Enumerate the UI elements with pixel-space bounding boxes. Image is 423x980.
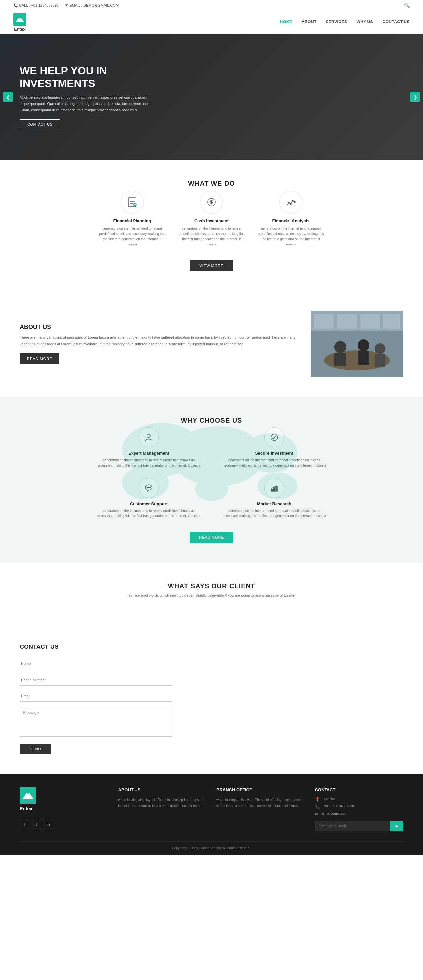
phone-icon: 📞 bbox=[13, 3, 18, 8]
navbar: Entex HOME ABOUT SERVICES WHY US CONTACT… bbox=[0, 11, 423, 34]
top-bar-info: 📞 CALL : +01 1234567890 ✉ EMAIL : DEMO@G… bbox=[13, 3, 119, 8]
hero-cta-button[interactable]: Contact Us bbox=[20, 119, 60, 129]
footer-branch: BRANCH OFFICE when looking at its layout… bbox=[217, 788, 305, 832]
svg-rect-42 bbox=[273, 488, 275, 491]
message-input[interactable] bbox=[20, 707, 172, 737]
why-3-desc: generators on the Internet tend to repea… bbox=[96, 508, 201, 519]
nav-about[interactable]: ABOUT bbox=[302, 19, 317, 25]
why-choose-us-section: WHY CHOOSE US Expert Management generato… bbox=[0, 397, 423, 562]
why-title: WHY CHOOSE US bbox=[20, 417, 403, 424]
svg-point-13 bbox=[290, 204, 292, 205]
newsletter-input[interactable] bbox=[315, 821, 390, 832]
top-bar: 📞 CALL : +01 1234567890 ✉ EMAIL : DEMO@G… bbox=[0, 0, 423, 11]
financial-planning-icon bbox=[120, 191, 144, 214]
why-3-name: Customer Support bbox=[96, 501, 201, 506]
secure-svg bbox=[270, 433, 279, 442]
why-2-desc: generators on the Internet tend to repea… bbox=[222, 458, 327, 468]
search-icon[interactable]: 🔍 bbox=[404, 3, 410, 8]
email-info: ✉ EMAIL : DEMO@GMAIL.COM bbox=[65, 3, 119, 8]
footer-about-title: ABOUT US bbox=[118, 788, 207, 792]
logo-text: Entex bbox=[14, 27, 25, 32]
why-expert-management: Expert Management generators on the Inte… bbox=[96, 428, 201, 468]
about-title: ABOUT US bbox=[20, 324, 298, 331]
svg-rect-19 bbox=[314, 314, 334, 329]
email-input[interactable] bbox=[20, 691, 172, 702]
why-1-desc: generators on the Internet tend to repea… bbox=[96, 458, 201, 468]
service-financial-planning: Financial Planning generators on the Int… bbox=[99, 191, 165, 247]
about-image bbox=[311, 311, 403, 377]
why-1-name: Expert Management bbox=[96, 451, 201, 456]
cash-investment-icon: $ bbox=[200, 191, 223, 214]
phone-input[interactable] bbox=[20, 675, 172, 686]
footer-social: f t in bbox=[20, 820, 53, 829]
footer-logo-area: Entex f t in bbox=[20, 788, 108, 832]
svg-point-38 bbox=[147, 487, 148, 488]
svg-text:$: $ bbox=[210, 199, 213, 205]
nav-why-us[interactable]: WHY US bbox=[356, 19, 373, 25]
why-grid: Expert Management generators on the Inte… bbox=[96, 428, 327, 519]
testimonials-subtitle: randomised words which don't look even s… bbox=[20, 593, 403, 597]
svg-point-39 bbox=[148, 487, 149, 488]
logo-icon bbox=[13, 13, 27, 26]
nav-contact[interactable]: CONTACT US bbox=[382, 19, 410, 25]
why-2-name: Secure Investment bbox=[222, 451, 327, 456]
hero-section: ❮ WE HELP YOU IN INVESTMENTS Modi perspi… bbox=[0, 34, 423, 160]
about-image-placeholder bbox=[311, 311, 403, 377]
logo-svg bbox=[15, 15, 24, 24]
planning-svg bbox=[126, 196, 138, 208]
why-read-more-button[interactable]: READ MORE bbox=[190, 532, 233, 542]
customer-support-icon bbox=[139, 478, 158, 498]
contact-section: CONTACT US SEND bbox=[0, 630, 423, 774]
facebook-icon[interactable]: f bbox=[20, 820, 29, 829]
service-3-desc: generators on the Internet tend to repea… bbox=[258, 226, 324, 247]
service-cash-investment: $ Cash Investment generators on the Inte… bbox=[179, 191, 244, 247]
contact-form: SEND bbox=[20, 659, 172, 754]
logo: Entex bbox=[13, 13, 27, 32]
svg-point-24 bbox=[334, 341, 346, 353]
svg-point-36 bbox=[147, 434, 151, 438]
svg-rect-27 bbox=[358, 352, 369, 364]
mgmt-svg bbox=[144, 433, 153, 442]
about-text: ABOUT US There are many variations of pa… bbox=[20, 324, 298, 364]
why-customer-support: Customer Support generators on the Inter… bbox=[96, 478, 201, 519]
call-info: 📞 CALL : +01 1234567890 bbox=[13, 3, 59, 8]
footer-logo-svg bbox=[22, 790, 34, 801]
mail-icon: ✉ bbox=[315, 811, 318, 816]
send-button[interactable]: SEND bbox=[20, 744, 51, 754]
prev-slide-button[interactable]: ❮ bbox=[3, 92, 13, 102]
hero-content: WE HELP YOU IN INVESTMENTS Modi perspici… bbox=[0, 65, 172, 130]
footer-logo-icon bbox=[20, 788, 36, 804]
next-slide-button[interactable]: ❯ bbox=[410, 92, 420, 102]
service-2-desc: generators on the Internet tend to repea… bbox=[179, 226, 244, 247]
svg-rect-41 bbox=[271, 489, 272, 491]
nav-services[interactable]: SERVICES bbox=[326, 19, 347, 25]
svg-rect-29 bbox=[375, 354, 385, 367]
market-svg bbox=[270, 484, 279, 493]
top-bar-right: 🔍 bbox=[404, 3, 410, 8]
why-4-name: Market Research bbox=[222, 501, 327, 506]
why-market-research: Market Research generators on the Intern… bbox=[222, 478, 327, 519]
why-4-desc: generators on the Internet tend to repea… bbox=[222, 508, 327, 519]
about-read-more-button[interactable]: READ MORE bbox=[20, 353, 60, 364]
why-secure-investment: Secure Investment generators on the Inte… bbox=[222, 428, 327, 468]
footer-email: ✉ demo@gmail.com bbox=[315, 811, 404, 816]
testimonials-title: WHAT SAYS OUR CLIENT bbox=[20, 582, 403, 590]
twitter-icon[interactable]: t bbox=[32, 820, 41, 829]
phone-icon: 📞 bbox=[315, 804, 320, 809]
market-research-icon bbox=[265, 478, 284, 498]
svg-point-14 bbox=[292, 200, 293, 202]
expert-management-icon bbox=[139, 428, 158, 447]
linkedin-icon[interactable]: in bbox=[44, 820, 53, 829]
svg-point-26 bbox=[358, 339, 369, 352]
nav-home[interactable]: HOME bbox=[280, 19, 293, 25]
newsletter-submit-button[interactable]: ➤ bbox=[390, 821, 403, 832]
service-3-name: Financial Analysis bbox=[258, 218, 324, 223]
contact-title: CONTACT US bbox=[20, 644, 403, 651]
svg-rect-25 bbox=[334, 353, 346, 366]
name-input[interactable] bbox=[20, 659, 172, 669]
footer-contact: CONTACT 📍 Location 📞 Call +01 1234567890… bbox=[315, 788, 404, 832]
hero-description: Modi perspiciatis laboriosam consequatur… bbox=[20, 94, 152, 113]
secure-investment-icon bbox=[265, 428, 284, 447]
what-we-do-section: WHAT WE DO Financial Planning generators… bbox=[0, 160, 423, 291]
view-more-button[interactable]: VIEW MORE bbox=[190, 260, 233, 271]
